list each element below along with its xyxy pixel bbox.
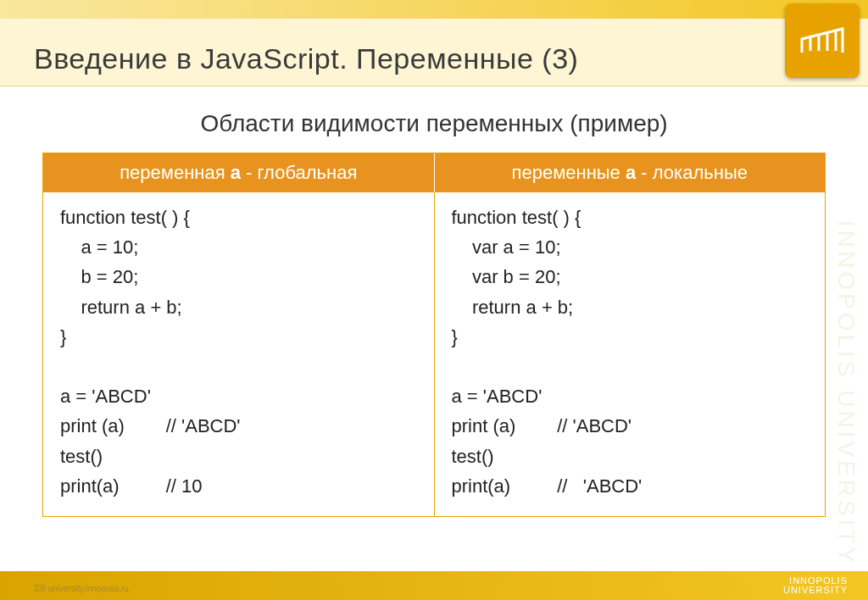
footer-text: 23| university.innopolis.ru bbox=[34, 584, 129, 593]
header-text: переменная bbox=[120, 162, 231, 183]
header-text: - локальные bbox=[636, 162, 748, 183]
footer-logo: INNOPOLIS UNIVERSITY bbox=[783, 576, 848, 595]
building-icon bbox=[797, 24, 848, 58]
watermark-text: INNOPOLIS UNIVERSITY bbox=[832, 220, 860, 566]
bottom-accent-bar bbox=[0, 571, 868, 600]
column-header-local: переменные a - локальные bbox=[435, 153, 826, 192]
slide-title: Введение в JavaScript. Переменные (3) bbox=[34, 42, 578, 75]
code-block: function test( ) { a = 10; b = 20; retur… bbox=[60, 203, 417, 501]
header-bold: a bbox=[231, 162, 241, 183]
column-header-global: переменная a - глобальная bbox=[43, 153, 435, 192]
code-cell-local: function test( ) { var a = 10; var b = 2… bbox=[435, 192, 826, 516]
slide-subtitle: Области видимости переменных (пример) bbox=[0, 110, 868, 137]
code-cell-global: function test( ) { a = 10; b = 20; retur… bbox=[43, 192, 435, 516]
table-header-row: переменная a - глобальная переменные a -… bbox=[43, 153, 825, 192]
footer-logo-line: UNIVERSITY bbox=[783, 586, 848, 595]
top-accent-band bbox=[0, 0, 868, 19]
code-block: function test( ) { var a = 10; var b = 2… bbox=[452, 203, 809, 501]
header-text: - глобальная bbox=[241, 162, 357, 183]
header-text: переменные bbox=[512, 162, 626, 183]
comparison-table: переменная a - глобальная переменные a -… bbox=[42, 153, 826, 517]
table-body-row: function test( ) { a = 10; b = 20; retur… bbox=[43, 192, 825, 516]
logo-badge bbox=[785, 3, 860, 78]
header-bold: a bbox=[626, 162, 636, 183]
